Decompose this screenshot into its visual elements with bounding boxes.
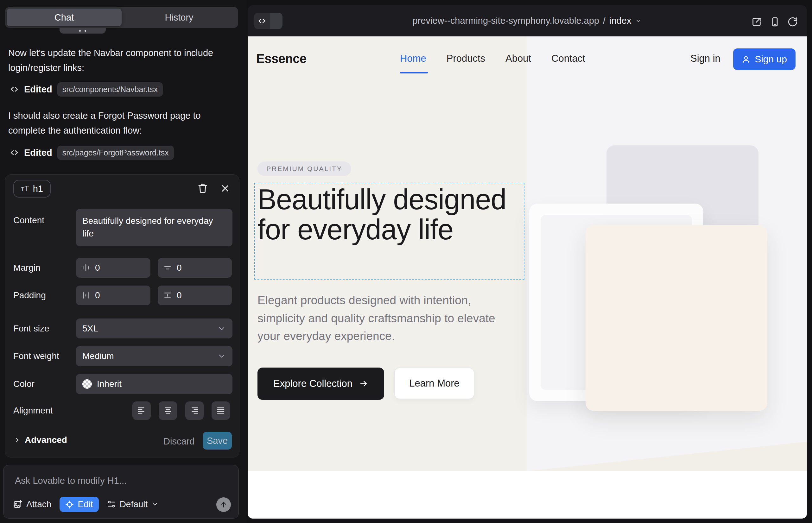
file-chip[interactable]: src/components/Navbar.tsx [57, 82, 163, 96]
delete-element-button[interactable] [197, 182, 208, 194]
alignment-label: Alignment [13, 405, 53, 416]
color-value: Inherit [97, 379, 122, 389]
edited-file-row: Edited src/components/Navbar.tsx [8, 82, 163, 96]
content-input[interactable]: Beautifully designed for everyday life [76, 209, 232, 246]
element-tag: h1 [33, 184, 43, 194]
mode-label: Default [120, 499, 148, 509]
user-icon [742, 55, 750, 64]
attach-label: Attach [26, 499, 51, 509]
selected-element-pill[interactable]: тT h1 [13, 180, 51, 198]
margin-x-value: 0 [95, 263, 100, 273]
site-navbar: Essence Home Products About Contact Sign… [248, 36, 807, 81]
discard-button[interactable]: Discard [163, 436, 194, 447]
crosshair-icon [65, 500, 74, 509]
preview-url-bar[interactable]: preview--charming-site-symphony.lovable.… [248, 5, 807, 36]
sign-up-label: Sign up [755, 54, 787, 65]
hero-heading[interactable]: Beautifully designed for everyday life [258, 184, 524, 245]
margin-x-input[interactable]: 0 [76, 258, 151, 278]
align-right-icon [190, 406, 199, 415]
margin-vertical-icon [163, 263, 172, 273]
site-nav-links: Home Products About Contact [400, 36, 585, 81]
code-icon [10, 148, 19, 157]
padding-y-input[interactable]: 0 [158, 286, 232, 305]
align-center-button[interactable] [159, 401, 177, 420]
content-label: Content [13, 215, 44, 226]
mode-select[interactable]: Default [107, 499, 159, 509]
color-label: Color [13, 379, 35, 389]
align-justify-icon [216, 406, 226, 415]
edited-file-row: Edited src/pages/ForgotPassword.tsx [8, 146, 174, 160]
color-select[interactable]: Inherit [76, 374, 232, 394]
send-button[interactable] [216, 497, 231, 512]
refresh-button[interactable] [787, 16, 798, 27]
preview-page: index [609, 16, 631, 26]
margin-label: Margin [13, 263, 40, 273]
arrow-right-icon [359, 379, 368, 389]
open-external-button[interactable] [751, 16, 762, 27]
align-left-icon [137, 406, 146, 415]
site-preview: Essence Home Products About Contact Sign… [248, 36, 807, 519]
save-button[interactable]: Save [203, 432, 232, 450]
assistant-message: Now let's update the Navbar component to… [8, 46, 234, 75]
padding-y-value: 0 [177, 290, 182, 301]
nav-link-home[interactable]: Home [400, 53, 426, 64]
scrolled-chip-peek[interactable] [59, 28, 106, 34]
padding-x-input[interactable]: 0 [76, 286, 151, 305]
nav-link-contact[interactable]: Contact [551, 53, 585, 64]
padding-horizontal-icon [81, 291, 91, 300]
align-center-icon [163, 406, 173, 415]
file-chip[interactable]: src/pages/ForgotPassword.tsx [57, 146, 174, 160]
explore-collection-button[interactable]: Explore Collection [258, 367, 384, 400]
nav-link-about[interactable]: About [506, 53, 531, 64]
composer-toolbar: Attach Edit Default [13, 497, 158, 512]
url-separator: / [603, 16, 605, 26]
margin-y-value: 0 [177, 263, 182, 273]
font-size-select[interactable]: 5XL [76, 319, 232, 339]
chat-history-tabs: Chat History [5, 7, 238, 28]
align-justify-button[interactable] [212, 401, 230, 420]
close-icon[interactable] [220, 183, 231, 194]
margin-y-input[interactable]: 0 [158, 258, 232, 278]
nav-link-products[interactable]: Products [446, 53, 485, 64]
edited-label: Edited [24, 84, 52, 95]
padding-x-value: 0 [95, 290, 100, 301]
margin-horizontal-icon [81, 263, 91, 273]
padding-vertical-icon [163, 291, 172, 300]
font-weight-select[interactable]: Medium [76, 346, 232, 366]
mobile-view-button[interactable] [770, 16, 780, 27]
preview-window: preview--charming-site-symphony.lovable.… [248, 5, 807, 519]
sign-up-button[interactable]: Sign up [733, 49, 796, 70]
sliders-icon [107, 500, 116, 509]
chevron-down-icon [217, 324, 226, 333]
chat-input[interactable] [15, 473, 217, 488]
sign-in-link[interactable]: Sign in [690, 36, 721, 81]
advanced-toggle[interactable]: Advanced [13, 435, 67, 445]
font-weight-label: Font weight [13, 351, 59, 361]
chevron-right-icon [13, 436, 21, 444]
font-weight-value: Medium [82, 351, 114, 361]
phone-icon [770, 16, 780, 27]
tab-history[interactable]: History [122, 8, 236, 26]
align-left-button[interactable] [133, 401, 151, 420]
font-size-label: Font size [13, 324, 49, 334]
tab-chat[interactable]: Chat [7, 8, 122, 26]
edit-mode-button[interactable]: Edit [59, 497, 99, 512]
chat-composer: Attach Edit Default [3, 465, 239, 519]
edit-label: Edit [77, 499, 93, 509]
premium-quality-badge: PREMIUM QUALITY [258, 161, 351, 176]
type-icon: тT [21, 184, 29, 193]
advanced-label: Advanced [25, 435, 67, 445]
align-right-button[interactable] [185, 401, 204, 420]
attach-button[interactable]: Attach [13, 499, 51, 509]
hero-description: Elegant products designed with intention… [258, 292, 511, 345]
dot [79, 30, 81, 32]
padding-label: Padding [13, 290, 46, 301]
chevron-down-icon [635, 17, 642, 24]
refresh-icon [787, 16, 798, 27]
learn-more-button[interactable]: Learn More [394, 367, 474, 399]
preview-host: preview--charming-site-symphony.lovable.… [413, 16, 599, 26]
dot [85, 30, 86, 32]
image-plus-icon [13, 500, 22, 509]
site-logo[interactable]: Essence [256, 36, 306, 81]
external-link-icon [751, 16, 762, 27]
